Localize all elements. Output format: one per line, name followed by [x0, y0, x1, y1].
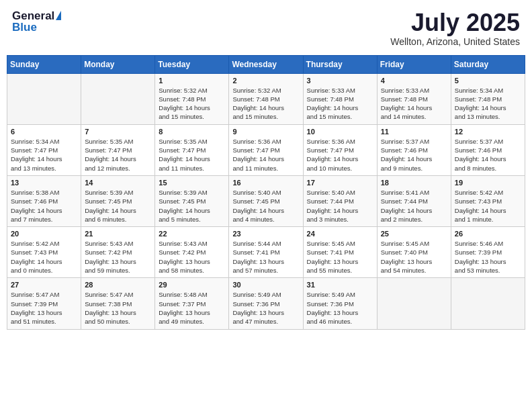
day-info: Sunrise: 5:41 AMSunset: 7:44 PMDaylight:…	[381, 188, 447, 224]
calendar-cell	[7, 73, 81, 124]
day-number: 27	[11, 281, 77, 289]
calendar-cell: 15Sunrise: 5:39 AMSunset: 7:45 PMDayligh…	[155, 175, 229, 226]
day-number: 2	[232, 77, 299, 85]
calendar-cell: 18Sunrise: 5:41 AMSunset: 7:44 PMDayligh…	[377, 175, 451, 226]
calendar-cell: 13Sunrise: 5:38 AMSunset: 7:46 PMDayligh…	[7, 175, 81, 226]
day-info: Sunrise: 5:42 AMSunset: 7:43 PMDaylight:…	[455, 188, 521, 224]
day-number: 9	[232, 128, 299, 136]
calendar-cell	[81, 73, 155, 124]
day-number: 13	[11, 179, 77, 187]
calendar-cell: 3Sunrise: 5:33 AMSunset: 7:48 PMDaylight…	[303, 73, 377, 124]
day-info: Sunrise: 5:47 AMSunset: 7:39 PMDaylight:…	[11, 290, 77, 326]
calendar-cell: 30Sunrise: 5:49 AMSunset: 7:36 PMDayligh…	[229, 278, 303, 329]
calendar-cell: 17Sunrise: 5:40 AMSunset: 7:44 PMDayligh…	[303, 175, 377, 226]
day-info: Sunrise: 5:33 AMSunset: 7:48 PMDaylight:…	[381, 86, 447, 122]
day-info: Sunrise: 5:36 AMSunset: 7:47 PMDaylight:…	[232, 137, 299, 173]
day-number: 14	[85, 179, 151, 187]
day-info: Sunrise: 5:44 AMSunset: 7:41 PMDaylight:…	[232, 239, 299, 275]
weekday-header-wednesday: Wednesday	[229, 55, 303, 73]
calendar-cell: 10Sunrise: 5:36 AMSunset: 7:47 PMDayligh…	[303, 124, 377, 175]
calendar-cell: 31Sunrise: 5:49 AMSunset: 7:36 PMDayligh…	[303, 278, 377, 329]
day-number: 7	[85, 128, 151, 136]
weekday-header-sunday: Sunday	[7, 55, 81, 73]
logo-blue-text: Blue	[12, 21, 61, 34]
day-info: Sunrise: 5:32 AMSunset: 7:48 PMDaylight:…	[232, 86, 299, 122]
calendar-week-row: 20Sunrise: 5:42 AMSunset: 7:43 PMDayligh…	[7, 227, 525, 278]
calendar-cell: 27Sunrise: 5:47 AMSunset: 7:39 PMDayligh…	[7, 278, 81, 329]
calendar-cell: 1Sunrise: 5:32 AMSunset: 7:48 PMDaylight…	[155, 73, 229, 124]
day-info: Sunrise: 5:39 AMSunset: 7:45 PMDaylight:…	[85, 188, 151, 224]
calendar-cell: 20Sunrise: 5:42 AMSunset: 7:43 PMDayligh…	[7, 227, 81, 278]
calendar-cell: 25Sunrise: 5:45 AMSunset: 7:40 PMDayligh…	[377, 227, 451, 278]
day-info: Sunrise: 5:32 AMSunset: 7:48 PMDaylight:…	[159, 86, 225, 122]
calendar-cell	[377, 278, 451, 329]
day-info: Sunrise: 5:45 AMSunset: 7:40 PMDaylight:…	[381, 239, 447, 275]
day-number: 6	[11, 128, 77, 136]
day-number: 23	[232, 230, 299, 238]
day-number: 3	[307, 77, 373, 85]
calendar-cell: 16Sunrise: 5:40 AMSunset: 7:45 PMDayligh…	[229, 175, 303, 226]
day-number: 22	[159, 230, 225, 238]
day-number: 12	[455, 128, 521, 136]
day-number: 15	[159, 179, 225, 187]
logo-triangle-icon	[56, 11, 61, 20]
calendar-cell: 8Sunrise: 5:35 AMSunset: 7:47 PMDaylight…	[155, 124, 229, 175]
day-number: 17	[307, 179, 373, 187]
day-number: 26	[455, 230, 521, 238]
day-number: 31	[307, 281, 373, 289]
day-info: Sunrise: 5:38 AMSunset: 7:46 PMDaylight:…	[11, 188, 77, 224]
title-area: July 2025 Wellton, Arizona, United State…	[390, 9, 520, 47]
calendar-cell: 29Sunrise: 5:48 AMSunset: 7:37 PMDayligh…	[155, 278, 229, 329]
calendar-cell: 22Sunrise: 5:43 AMSunset: 7:42 PMDayligh…	[155, 227, 229, 278]
calendar-cell: 7Sunrise: 5:35 AMSunset: 7:47 PMDaylight…	[81, 124, 155, 175]
calendar-cell: 23Sunrise: 5:44 AMSunset: 7:41 PMDayligh…	[229, 227, 303, 278]
weekday-header-friday: Friday	[377, 55, 451, 73]
calendar-cell: 4Sunrise: 5:33 AMSunset: 7:48 PMDaylight…	[377, 73, 451, 124]
day-number: 5	[455, 77, 521, 85]
day-info: Sunrise: 5:49 AMSunset: 7:36 PMDaylight:…	[307, 290, 373, 326]
day-number: 21	[85, 230, 151, 238]
day-info: Sunrise: 5:35 AMSunset: 7:47 PMDaylight:…	[85, 137, 151, 173]
day-info: Sunrise: 5:40 AMSunset: 7:45 PMDaylight:…	[232, 188, 299, 224]
weekday-header-saturday: Saturday	[451, 55, 525, 73]
weekday-header-row: SundayMondayTuesdayWednesdayThursdayFrid…	[7, 55, 525, 73]
calendar-cell	[451, 278, 525, 329]
location-text: Wellton, Arizona, United States	[390, 36, 520, 47]
day-info: Sunrise: 5:36 AMSunset: 7:47 PMDaylight:…	[307, 137, 373, 173]
page-header: General Blue July 2025 Wellton, Arizona,…	[7, 7, 525, 50]
day-info: Sunrise: 5:47 AMSunset: 7:38 PMDaylight:…	[85, 290, 151, 326]
day-number: 29	[159, 281, 225, 289]
calendar-cell: 2Sunrise: 5:32 AMSunset: 7:48 PMDaylight…	[229, 73, 303, 124]
calendar-table: SundayMondayTuesdayWednesdayThursdayFrid…	[7, 55, 525, 330]
day-number: 24	[307, 230, 373, 238]
day-info: Sunrise: 5:40 AMSunset: 7:44 PMDaylight:…	[307, 188, 373, 224]
day-number: 16	[232, 179, 299, 187]
day-info: Sunrise: 5:43 AMSunset: 7:42 PMDaylight:…	[159, 239, 225, 275]
day-info: Sunrise: 5:34 AMSunset: 7:47 PMDaylight:…	[11, 137, 77, 173]
weekday-header-thursday: Thursday	[303, 55, 377, 73]
day-info: Sunrise: 5:33 AMSunset: 7:48 PMDaylight:…	[307, 86, 373, 122]
calendar-cell: 26Sunrise: 5:46 AMSunset: 7:39 PMDayligh…	[451, 227, 525, 278]
weekday-header-tuesday: Tuesday	[155, 55, 229, 73]
day-info: Sunrise: 5:37 AMSunset: 7:46 PMDaylight:…	[381, 137, 447, 173]
day-info: Sunrise: 5:45 AMSunset: 7:41 PMDaylight:…	[307, 239, 373, 275]
day-info: Sunrise: 5:42 AMSunset: 7:43 PMDaylight:…	[11, 239, 77, 275]
calendar-cell: 21Sunrise: 5:43 AMSunset: 7:42 PMDayligh…	[81, 227, 155, 278]
calendar-cell: 24Sunrise: 5:45 AMSunset: 7:41 PMDayligh…	[303, 227, 377, 278]
day-number: 25	[381, 230, 447, 238]
calendar-week-row: 6Sunrise: 5:34 AMSunset: 7:47 PMDaylight…	[7, 124, 525, 175]
calendar-cell: 11Sunrise: 5:37 AMSunset: 7:46 PMDayligh…	[377, 124, 451, 175]
day-info: Sunrise: 5:34 AMSunset: 7:48 PMDaylight:…	[455, 86, 521, 122]
calendar-cell: 19Sunrise: 5:42 AMSunset: 7:43 PMDayligh…	[451, 175, 525, 226]
calendar-week-row: 1Sunrise: 5:32 AMSunset: 7:48 PMDaylight…	[7, 73, 525, 124]
calendar-cell: 28Sunrise: 5:47 AMSunset: 7:38 PMDayligh…	[81, 278, 155, 329]
day-info: Sunrise: 5:37 AMSunset: 7:46 PMDaylight:…	[455, 137, 521, 173]
weekday-header-monday: Monday	[81, 55, 155, 73]
day-number: 20	[11, 230, 77, 238]
calendar-week-row: 27Sunrise: 5:47 AMSunset: 7:39 PMDayligh…	[7, 278, 525, 329]
day-number: 1	[159, 77, 225, 85]
day-info: Sunrise: 5:35 AMSunset: 7:47 PMDaylight:…	[159, 137, 225, 173]
day-info: Sunrise: 5:46 AMSunset: 7:39 PMDaylight:…	[455, 239, 521, 275]
day-number: 28	[85, 281, 151, 289]
day-info: Sunrise: 5:48 AMSunset: 7:37 PMDaylight:…	[159, 290, 225, 326]
